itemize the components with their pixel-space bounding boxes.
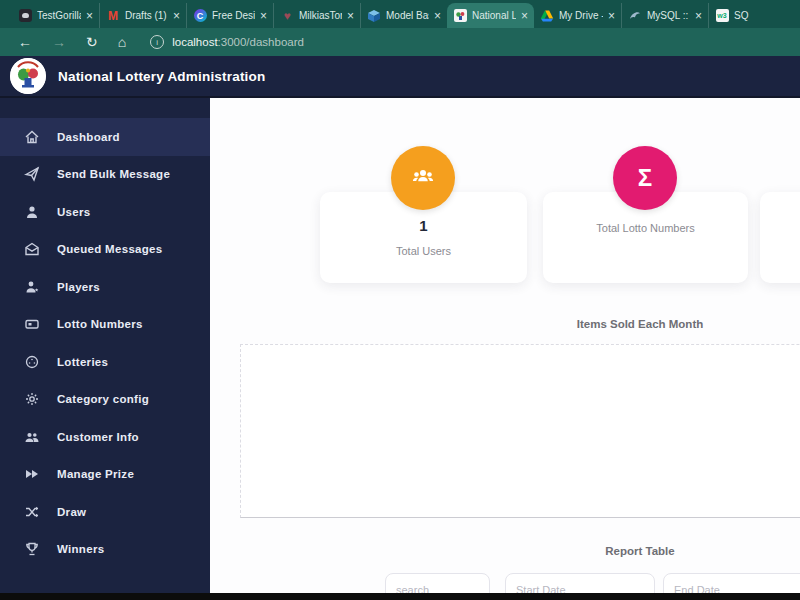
info-icon[interactable]: i (150, 35, 164, 49)
sidebar-item-label: Manage Prize (57, 468, 134, 480)
gmail-icon: M (106, 9, 120, 23)
end-date-input[interactable] (663, 573, 800, 593)
back-icon[interactable]: ← (18, 35, 32, 49)
sidebar-item-manage-prize[interactable]: Manage Prize (0, 456, 210, 494)
total-users-value: 1 (320, 217, 527, 234)
tab-drafts[interactable]: M Drafts (1) - × (99, 3, 186, 28)
total-users-label: Total Users (320, 245, 527, 257)
mysql-icon (628, 9, 642, 23)
sidebar-item-label: Queued Messages (57, 243, 162, 255)
user-icon (24, 204, 40, 220)
cube-icon (367, 9, 381, 23)
sidebar-item-label: Players (57, 281, 100, 293)
sidebar-item-dashboard[interactable]: Dashboard (0, 118, 210, 156)
app-title: National Lottery Administration (58, 69, 265, 84)
send-icon (24, 166, 40, 182)
chart-placeholder (240, 344, 800, 518)
sidebar-item-queued-messages[interactable]: Queued Messages (0, 231, 210, 269)
trophy-icon (24, 541, 40, 557)
close-icon[interactable]: × (695, 10, 702, 22)
sidebar-item-winners[interactable]: Winners (0, 531, 210, 569)
close-icon[interactable]: × (608, 10, 615, 22)
sidebar-item-customer-info[interactable]: Customer Info (0, 418, 210, 456)
prize-icon (24, 466, 40, 482)
chart-title: Items Sold Each Month (210, 318, 800, 330)
sidebar-item-lotteries[interactable]: Lotteries (0, 343, 210, 381)
tab-title: Drafts (1) - (125, 10, 168, 21)
dashboard-content: Σ 1 Total Users Total Lotto Numbers Item… (210, 98, 800, 593)
people-icon (24, 429, 40, 445)
tab-title: Free Desig (212, 10, 255, 21)
tab-model-based[interactable]: Model Bas × (360, 3, 447, 28)
sidebar-item-send-bulk-message[interactable]: Send Bulk Message (0, 156, 210, 194)
sidebar-item-label: Draw (57, 506, 86, 518)
close-icon[interactable]: × (347, 10, 354, 22)
player-icon (24, 279, 40, 295)
shuffle-icon (24, 504, 40, 520)
national-lottery-logo-icon (10, 58, 46, 94)
tab-title: SQ (734, 10, 789, 21)
search-input[interactable] (385, 573, 490, 593)
sidebar-item-users[interactable]: Users (0, 193, 210, 231)
browser-tab-strip: TestGorilla × M Drafts (1) - × C Free De… (0, 0, 800, 28)
home-icon[interactable]: ⌂ (118, 35, 126, 49)
users-group-icon (391, 146, 455, 210)
tab-my-drive[interactable]: My Drive - × (534, 3, 621, 28)
close-icon[interactable]: × (434, 10, 441, 22)
report-table-title: Report Table (210, 545, 800, 557)
sidebar-item-players[interactable]: Players (0, 268, 210, 306)
sidebar-item-label: Category config (57, 393, 149, 405)
close-icon[interactable]: × (173, 10, 180, 22)
sidebar-item-label: Lotto Numbers (57, 318, 143, 330)
browser-toolbar: ← → ↻ ⌂ i localhost:3000/dashboard (0, 28, 800, 56)
ticket-icon (24, 316, 40, 332)
tab-w3schools[interactable]: w3 SQ (708, 3, 795, 28)
tab-title: Model Bas (386, 10, 429, 21)
sidebar-item-draw[interactable]: Draw (0, 493, 210, 531)
sigma-icon: Σ (613, 146, 677, 210)
sidebar-item-label: Users (57, 206, 90, 218)
tab-title: MilkiasTor (299, 10, 342, 21)
url-host: localhost (172, 36, 217, 48)
tab-milkias[interactable]: ♥ MilkiasTor × (273, 3, 360, 28)
sidebar-item-label: Dashboard (57, 131, 120, 143)
tab-free-design[interactable]: C Free Desig × (186, 3, 273, 28)
reload-icon[interactable]: ↻ (86, 35, 98, 49)
gear-icon (24, 391, 40, 407)
tab-title: National L (472, 10, 516, 21)
close-icon[interactable]: × (86, 10, 93, 22)
tab-title: TestGorilla (37, 10, 81, 21)
sidebar-item-label: Winners (57, 543, 104, 555)
sidebar-item-label: Lotteries (57, 356, 108, 368)
sidebar-item-category-config[interactable]: Category config (0, 381, 210, 419)
url-path: :3000/dashboard (218, 36, 304, 48)
ball-icon (24, 354, 40, 370)
mail-icon (24, 241, 40, 257)
app-header: National Lottery Administration (0, 56, 800, 98)
tab-mysql[interactable]: MySQL :: M × (621, 3, 708, 28)
close-icon[interactable]: × (521, 10, 528, 22)
sidebar: Dashboard Send Bulk Message Users Queued… (0, 98, 210, 593)
sidebar-item-label: Send Bulk Message (57, 168, 170, 180)
tab-testgorilla[interactable]: TestGorilla × (12, 3, 99, 28)
total-lotto-numbers-label: Total Lotto Numbers (543, 222, 748, 234)
start-date-input[interactable] (505, 573, 655, 593)
address-bar[interactable]: i localhost:3000/dashboard (150, 35, 304, 49)
forward-icon[interactable]: → (52, 35, 66, 49)
heart-icon: ♥ (280, 9, 294, 23)
sidebar-item-label: Customer Info (57, 431, 139, 443)
w3schools-icon: w3 (715, 9, 729, 23)
drive-icon (540, 9, 554, 23)
screen-edge-bar (0, 593, 800, 600)
canva-icon: C (193, 9, 207, 23)
tab-title: My Drive - (559, 10, 603, 21)
tab-national-lottery-active[interactable]: National L × (447, 3, 534, 28)
lottery-icon (453, 9, 467, 23)
sidebar-item-lotto-numbers[interactable]: Lotto Numbers (0, 306, 210, 344)
tab-title: MySQL :: M (647, 10, 690, 21)
home-icon (24, 129, 40, 145)
testgorilla-icon (18, 9, 32, 23)
close-icon[interactable]: × (260, 10, 267, 22)
partial-stat-card (760, 192, 800, 283)
